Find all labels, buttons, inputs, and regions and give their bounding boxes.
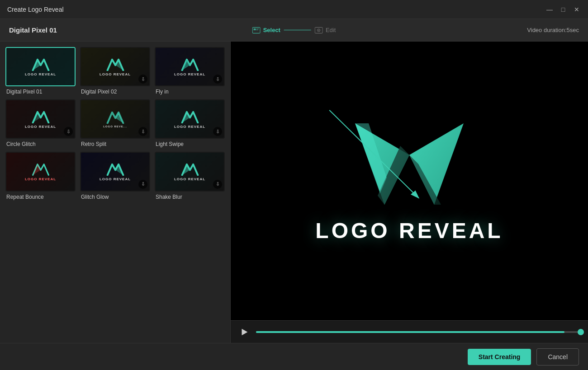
progress-track[interactable]	[256, 331, 581, 333]
preview-controls	[231, 320, 588, 343]
template-panel: LOGO REVEAL Digital Pixel 01 LOGO REVEAL	[0, 42, 231, 343]
video-duration: Video duration:5sec	[527, 27, 579, 33]
template-thumb-light-swipe[interactable]: LOGO REVEAL ⇩	[155, 99, 225, 139]
step-edit-label: Edit	[326, 27, 336, 33]
start-creating-button[interactable]: Start Creating	[468, 349, 531, 365]
svg-rect-2	[256, 28, 259, 29]
svg-marker-10	[242, 328, 248, 335]
svg-rect-0	[252, 27, 260, 33]
main-content: LOGO REVEAL Digital Pixel 01 LOGO REVEAL	[0, 42, 588, 343]
template-item-light-swipe[interactable]: LOGO REVEAL ⇩ Light Swipe	[155, 99, 225, 147]
bottom-bar: Start Creating Cancel	[0, 343, 588, 370]
template-name-digital-pixel-01: Digital Pixel 01	[5, 89, 76, 95]
svg-rect-1	[254, 28, 256, 30]
thumb-logo-icon-6	[181, 110, 199, 123]
thumb-text-4: LOGO REVEAL	[25, 125, 56, 129]
title-bar: Create Logo Reveal — □ ✕	[0, 0, 588, 19]
close-button[interactable]: ✕	[573, 5, 581, 14]
thumb-logo-icon-5	[106, 110, 124, 124]
play-icon	[239, 327, 249, 337]
template-name-circle-glitch: Circle Glitch	[5, 141, 76, 147]
step-select-label: Select	[263, 27, 280, 33]
preview-logo-container: LOGO REVEAL	[315, 119, 503, 243]
template-item-digital-pixel-01[interactable]: LOGO REVEAL Digital Pixel 01	[5, 47, 76, 95]
template-thumb-circle-glitch[interactable]: LOGO REVEAL ⇩	[5, 99, 76, 139]
thumb-logo-icon-3	[181, 57, 199, 71]
template-thumb-retro-split[interactable]: LOGO REVE... ⇩	[80, 99, 150, 139]
step-connector	[284, 30, 311, 30]
thumb-text-9: LOGO REVEAL	[174, 177, 205, 181]
template-item-circle-glitch[interactable]: LOGO REVEAL ⇩ Circle Glitch	[5, 99, 76, 147]
template-thumb-glitch-glow[interactable]: LOGO REVEAL ⇩	[80, 152, 150, 191]
preview-canvas: LOGO REVEAL	[231, 42, 588, 320]
step-edit[interactable]: Edit	[315, 27, 336, 33]
template-thumb-repeat-bounce[interactable]: LOGO REVEAL	[5, 152, 76, 191]
template-item-fly-in[interactable]: LOGO REVEAL ⇩ Fly in	[155, 47, 225, 95]
template-name-fly-in: Fly in	[155, 89, 225, 95]
thumb-logo-icon-9	[181, 162, 199, 176]
toolbar: Digital Pixel 01 Select Edit Video durat…	[0, 19, 588, 42]
template-name-light-swipe: Light Swipe	[155, 141, 225, 147]
thumb-logo-icon-7	[32, 162, 50, 176]
download-badge-8: ⇩	[138, 180, 147, 189]
svg-point-6	[318, 30, 319, 31]
thumb-logo-icon	[32, 57, 50, 71]
template-item-glitch-glow[interactable]: LOGO REVEAL ⇩ Glitch Glow	[80, 152, 150, 200]
template-item-repeat-bounce[interactable]: LOGO REVEAL Repeat Bounce	[5, 152, 76, 200]
download-badge-9: ⇩	[213, 180, 222, 189]
edit-step-icon	[315, 27, 323, 33]
template-thumb-fly-in[interactable]: LOGO REVEAL ⇩	[155, 47, 225, 86]
template-name-glitch-glow: Glitch Glow	[80, 194, 150, 200]
thumb-logo-icon-8	[106, 162, 124, 176]
template-name-shake-blur: Shake Blur	[155, 194, 225, 200]
template-name-digital-pixel-02: Digital Pixel 02	[80, 89, 150, 95]
thumb-text: LOGO REVEAL	[25, 72, 56, 76]
template-item-digital-pixel-02[interactable]: LOGO REVEAL ⇩ Digital Pixel 02	[80, 47, 150, 95]
thumb-text-8: LOGO REVEAL	[100, 177, 131, 181]
play-button[interactable]	[238, 326, 251, 338]
thumb-text-6: LOGO REVEAL	[174, 125, 205, 129]
preview-panel: LOGO REVEAL	[231, 42, 588, 343]
selected-template-name: Digital Pixel 01	[9, 26, 100, 34]
progress-thumb[interactable]	[578, 329, 584, 335]
select-step-icon	[252, 27, 261, 33]
thumb-logo-icon-4	[32, 110, 50, 123]
thumb-text-5: LOGO REVE...	[103, 125, 127, 128]
thumb-text-7: LOGO REVEAL	[25, 177, 56, 181]
template-thumb-shake-blur[interactable]: LOGO REVEAL ⇩	[155, 152, 225, 191]
window-title: Create Logo Reveal	[7, 6, 64, 13]
template-item-retro-split[interactable]: LOGO REVE... ⇩ Retro Split	[80, 99, 150, 147]
svg-rect-3	[256, 29, 258, 30]
preview-logo-text: LOGO REVEAL	[315, 218, 503, 243]
template-thumb-digital-pixel-01[interactable]: LOGO REVEAL	[5, 47, 76, 86]
maximize-button[interactable]: □	[559, 5, 567, 14]
window-controls: — □ ✕	[545, 5, 581, 14]
minimize-button[interactable]: —	[545, 5, 554, 14]
thumb-logo-icon-2	[106, 57, 124, 71]
step-select[interactable]: Select	[252, 27, 280, 33]
preview-logo-icon	[351, 119, 468, 209]
thumb-text-3: LOGO REVEAL	[174, 72, 205, 76]
template-grid: LOGO REVEAL Digital Pixel 01 LOGO REVEAL	[5, 47, 225, 200]
template-thumb-digital-pixel-02[interactable]: LOGO REVEAL ⇩	[80, 47, 150, 86]
cancel-button[interactable]: Cancel	[536, 348, 579, 365]
thumb-text-2: LOGO REVEAL	[100, 72, 131, 76]
progress-fill	[256, 331, 564, 333]
steps-nav: Select Edit	[252, 27, 336, 33]
template-name-repeat-bounce: Repeat Bounce	[5, 194, 76, 200]
template-name-retro-split: Retro Split	[80, 141, 150, 147]
template-item-shake-blur[interactable]: LOGO REVEAL ⇩ Shake Blur	[155, 152, 225, 200]
